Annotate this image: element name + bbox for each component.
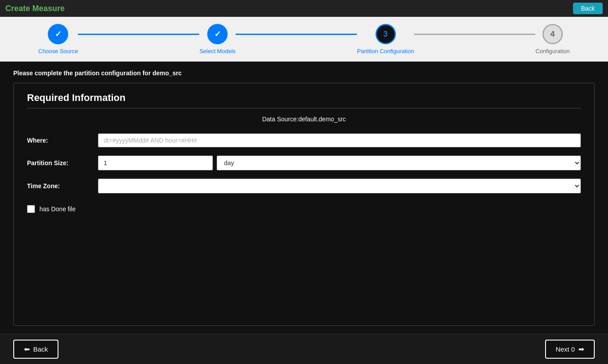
step-3: 3 Partition Configuration <box>357 24 414 54</box>
step-line-1-2 <box>78 34 199 35</box>
step-1: ✓ Choose Source <box>39 24 78 54</box>
step-1-label: Choose Source <box>39 48 78 54</box>
partition-size-row: Partition Size: day hour month <box>27 155 581 170</box>
step-1-circle: ✓ <box>48 24 68 44</box>
where-label: Where: <box>27 137 98 144</box>
back-icon: ⬅ <box>24 345 30 353</box>
footer-next-label: Next 0 <box>556 345 575 353</box>
timezone-select[interactable] <box>98 178 581 194</box>
stepper: ✓ Choose Source ✓ Select Models 3 Partit… <box>39 24 570 54</box>
has-done-file-checkbox[interactable] <box>27 205 35 213</box>
form-card-title: Required Information <box>27 92 581 108</box>
timezone-label: Time Zone: <box>27 182 98 190</box>
footer-back-button[interactable]: ⬅ Back <box>13 340 58 359</box>
next-icon: ➡ <box>578 345 584 353</box>
has-done-file-label[interactable]: has Done file <box>39 205 76 213</box>
step-2-circle: ✓ <box>207 24 228 44</box>
step-4-label: Configuration <box>535 48 569 54</box>
step-2-label: Select Models <box>199 48 236 54</box>
step-2: ✓ Select Models <box>199 24 236 54</box>
top-back-button[interactable]: Back <box>573 3 603 14</box>
partition-size-input[interactable] <box>98 155 213 170</box>
where-input[interactable] <box>98 133 581 147</box>
has-done-file-row: has Done file <box>27 205 581 213</box>
data-source-label: Data Source:default.demo_src <box>27 116 581 123</box>
footer: ⬅ Back Next 0 ➡ <box>0 334 608 364</box>
footer-back-label: Back <box>33 345 48 353</box>
main-content: Please complete the partition configurat… <box>0 62 608 334</box>
form-card: Required Information Data Source:default… <box>13 83 595 326</box>
step-3-circle: 3 <box>376 24 396 44</box>
app-header: Create Measure Back <box>0 0 608 17</box>
footer-next-button[interactable]: Next 0 ➡ <box>545 340 595 359</box>
where-row: Where: <box>27 133 581 147</box>
partition-instruction: Please complete the partition configurat… <box>13 70 595 77</box>
timezone-row: Time Zone: <box>27 178 581 194</box>
app-title: Create Measure <box>5 4 65 13</box>
step-4-circle: 4 <box>542 24 563 44</box>
stepper-container: ✓ Choose Source ✓ Select Models 3 Partit… <box>0 17 608 62</box>
partition-size-group: day hour month <box>98 155 581 170</box>
step-line-3-4 <box>414 34 535 35</box>
step-line-2-3 <box>236 34 357 35</box>
partition-size-label: Partition Size: <box>27 159 98 167</box>
partition-size-select[interactable]: day hour month <box>217 155 581 170</box>
step-4: 4 Configuration <box>535 24 569 54</box>
step-3-label: Partition Configuration <box>357 48 414 54</box>
